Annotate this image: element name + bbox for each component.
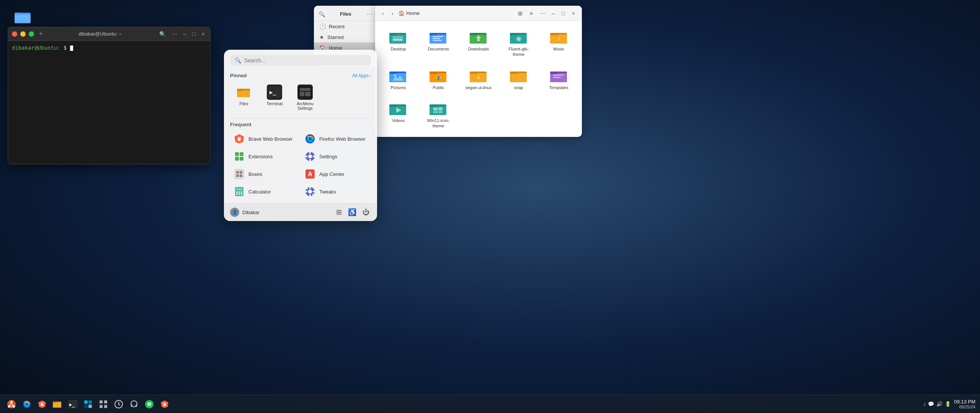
taskbar-music-icon: ♪: [923, 401, 926, 407]
frequent-app-boxes[interactable]: Boxes: [230, 166, 300, 182]
calculator-icon: [234, 186, 245, 197]
frequent-app-settings[interactable]: Settings: [301, 148, 371, 165]
taskbar-chat-icon: 💬: [928, 401, 934, 407]
taskbar-terminal-icon[interactable]: ▶_: [66, 397, 80, 411]
app-menu-search-section: 🔍: [224, 50, 377, 70]
svg-rect-134: [100, 405, 103, 408]
folder-music[interactable]: ♪ Music: [542, 27, 576, 60]
folder-downloads[interactable]: Downloads: [462, 27, 496, 60]
svg-rect-125: [53, 402, 57, 403]
footer-grid-btn[interactable]: ⊞: [335, 206, 343, 218]
svg-rect-89: [236, 171, 239, 174]
folder-documents[interactable]: Documents: [421, 27, 456, 60]
terminal-min-btn2[interactable]: –: [182, 30, 188, 38]
frequent-app-appcenter[interactable]: A App Center: [301, 166, 371, 182]
frequent-app-extensions[interactable]: Extensions: [230, 148, 300, 165]
terminal-close-btn2[interactable]: ×: [200, 30, 206, 38]
taskbar-headphone-icon[interactable]: [127, 397, 141, 411]
firefox-name: Firefox Web Browser: [319, 136, 366, 142]
folder-fluent-gtk[interactable]: Fluent-gtk-theme: [501, 27, 536, 60]
footer-accessibility-btn[interactable]: ♿: [346, 206, 358, 218]
all-apps-chevron: ›: [369, 73, 371, 78]
folder-videos[interactable]: Videos: [381, 99, 415, 131]
snap-folder-label: snap: [514, 85, 523, 90]
pinned-app-arcmenu[interactable]: ArcMenu Settings: [291, 81, 319, 114]
home-path-label: Home: [406, 10, 420, 16]
taskbar-store-icon[interactable]: [81, 397, 95, 411]
svg-rect-43: [470, 72, 477, 74]
frequent-title: Frequent: [230, 122, 252, 127]
files-minimize-btn[interactable]: –: [550, 10, 557, 17]
folder-templates[interactable]: Templates: [542, 66, 576, 93]
taskbar-apps-grid-icon[interactable]: [96, 397, 110, 411]
taskbar-files-icon[interactable]: [51, 397, 64, 411]
taskbar-ubuntu-icon[interactable]: [5, 397, 18, 411]
boxes-icon: [234, 169, 245, 179]
files-close-btn[interactable]: ×: [570, 10, 577, 17]
folder-segoe-ui-linux[interactable]: A segoe-ui-linux: [462, 66, 496, 93]
terminal-close-btn[interactable]: [12, 31, 17, 37]
files-back-btn[interactable]: ‹: [380, 10, 386, 17]
footer-power-btn[interactable]: ⏻: [361, 206, 371, 218]
pinned-app-terminal[interactable]: ▶_ Terminal: [261, 81, 288, 114]
folder-public[interactable]: 👤 Public: [421, 66, 456, 93]
files-maximize-btn[interactable]: □: [559, 10, 567, 17]
svg-rect-132: [100, 400, 103, 403]
files-overflow-btn[interactable]: ⋯: [537, 10, 547, 17]
files-search-icon[interactable]: 🔍: [318, 11, 325, 17]
taskbar-clock[interactable]: 09:13 PM 09/25/24: [954, 399, 975, 409]
search-box[interactable]: 🔍: [230, 55, 371, 66]
sidebar-item-starred[interactable]: ★ Starred: [314, 32, 377, 42]
terminal-add-tab-btn[interactable]: +: [39, 30, 43, 38]
files-view-grid-btn[interactable]: ⊞: [516, 10, 525, 17]
terminal-title: dibakar@Ubuntu: ~: [46, 31, 155, 37]
search-input[interactable]: [244, 57, 366, 63]
pinned-app-files[interactable]: Files: [230, 81, 258, 114]
svg-rect-135: [104, 405, 107, 408]
svg-point-77: [309, 137, 312, 140]
svg-rect-129: [88, 400, 92, 404]
frequent-app-firefox[interactable]: Firefox Web Browser: [301, 130, 371, 147]
taskbar-brave-2-icon[interactable]: [158, 397, 172, 411]
taskbar-firefox-icon[interactable]: [20, 397, 34, 411]
sidebar-starred-label: Starred: [327, 34, 344, 40]
terminal-maximize-btn[interactable]: [29, 31, 34, 37]
folder-desktop[interactable]: Desktop: [381, 27, 415, 60]
svg-point-120: [26, 403, 28, 405]
taskbar-clock-app-icon[interactable]: [112, 397, 126, 411]
svg-rect-18: [433, 40, 442, 41]
svg-rect-105: [309, 187, 311, 189]
calculator-name: Calculator: [248, 189, 271, 195]
pictures-folder-icon: [389, 68, 407, 83]
terminal-minimize-btn[interactable]: [20, 31, 26, 37]
files-sidebar-title: Files: [340, 11, 351, 17]
brave-name: Brave Web Browser: [248, 136, 292, 142]
frequent-app-brave[interactable]: Brave Web Browser: [230, 130, 300, 147]
sidebar-item-recent[interactable]: 🕐 Recent: [314, 21, 377, 32]
frequent-app-tweaks[interactable]: Tweaks: [301, 183, 371, 200]
files-menu-icon[interactable]: ⋯: [366, 10, 372, 18]
svg-text:👤: 👤: [436, 75, 441, 80]
folder-pictures[interactable]: Pictures: [381, 66, 415, 93]
svg-rect-91: [236, 174, 239, 177]
starred-icon: ★: [319, 34, 324, 40]
taskbar-spotify-icon[interactable]: [142, 397, 156, 411]
files-content-grid: Desktop Documents: [375, 21, 582, 137]
taskbar-brave-icon[interactable]: [35, 397, 49, 411]
all-apps-link[interactable]: All Apps ›: [352, 73, 371, 78]
folder-win11-icon-theme[interactable]: Win11-icon-theme: [421, 99, 456, 131]
svg-rect-52: [553, 77, 561, 78]
svg-rect-71: [300, 92, 304, 96]
terminal-body[interactable]: dibakar@Ubuntu: $: [8, 41, 210, 55]
pinned-terminal-icon: ▶_: [267, 85, 282, 100]
terminal-max-btn2[interactable]: □: [191, 30, 197, 38]
files-forward-btn[interactable]: ›: [389, 10, 396, 17]
folder-snap[interactable]: snap: [501, 66, 536, 93]
frequent-app-calculator[interactable]: Calculator: [230, 183, 300, 200]
svg-rect-108: [313, 191, 315, 192]
svg-rect-12: [393, 39, 402, 41]
terminal-search-btn[interactable]: 🔍: [158, 30, 167, 38]
app-menu-footer: 👤 Dibakar ⊞ ♿ ⏻: [224, 203, 377, 221]
files-sort-btn[interactable]: ≡: [527, 10, 535, 17]
terminal-menu-btn[interactable]: ⋯: [170, 30, 179, 38]
